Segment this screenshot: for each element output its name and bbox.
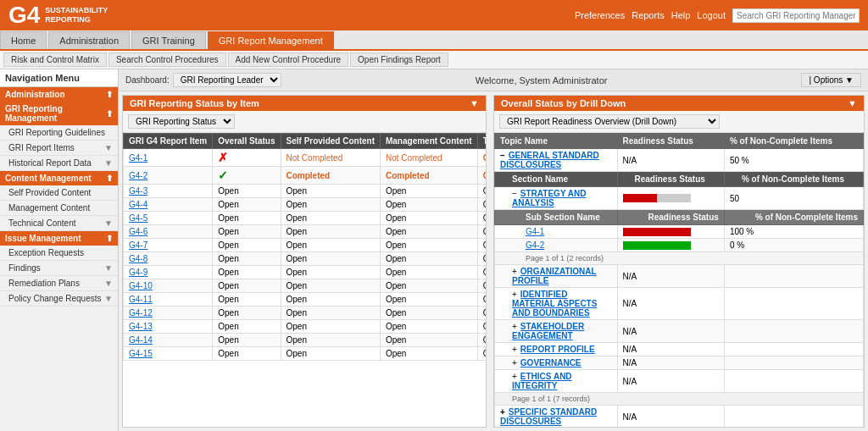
right-panel-title: Overall Status by Drill Down xyxy=(501,98,626,108)
reports-link[interactable]: Reports xyxy=(632,10,665,20)
cell-item[interactable]: G4-11 xyxy=(124,293,213,307)
rp-item-name[interactable]: G4-1 xyxy=(495,225,618,239)
tab-administration[interactable]: Administration xyxy=(48,31,130,49)
sidebar-section-issue[interactable]: Issue Management ⬆ xyxy=(0,231,118,246)
cell-mgmt: Open xyxy=(380,185,477,198)
rp-item-row: G4-1100 % xyxy=(495,225,864,239)
cell-item[interactable]: G4-4 xyxy=(124,198,213,212)
cell-item[interactable]: G4-3 xyxy=(124,185,213,198)
preferences-link[interactable]: Preferences xyxy=(575,10,625,20)
cell-overall: Open xyxy=(213,307,281,320)
cell-item[interactable]: G4-8 xyxy=(124,252,213,266)
sidebar-item-gri-report-items[interactable]: GRI Report Items ▼ xyxy=(0,141,118,156)
cell-item[interactable]: G4-6 xyxy=(124,225,213,239)
rp-col-readiness: Readiness Status xyxy=(617,134,724,149)
sidebar-item-policy[interactable]: Policy Change Requests ▼ xyxy=(0,291,118,307)
tab-gri-report-management[interactable]: GRI Report Management xyxy=(208,31,334,49)
sidebar-section-administration[interactable]: Administration ⬆ xyxy=(0,87,118,102)
left-panel-header: GRI Reporting Status by Item ▼ xyxy=(123,96,486,111)
rp-sub-row: +IDENTIFIED MATERIAL ASPECTS AND BOUNDAR… xyxy=(495,288,864,320)
rp-section-name[interactable]: +ETHICS AND INTEGRITY xyxy=(495,370,618,393)
cell-mgmt: Open xyxy=(380,198,477,212)
cell-item[interactable]: G4-14 xyxy=(124,334,213,347)
cell-overall: Open xyxy=(213,252,281,266)
rp-section-name[interactable]: +IDENTIFIED MATERIAL ASPECTS AND BOUNDAR… xyxy=(495,288,618,320)
cell-mgmt: Open xyxy=(380,212,477,225)
cell-overall: Open xyxy=(213,279,281,293)
cell-tech: Open xyxy=(477,266,486,279)
rp-topic-name[interactable]: +SPECIFIC STANDARD DISCLOSURES xyxy=(495,406,618,428)
header-search xyxy=(732,8,860,23)
sub-nav-risk[interactable]: Risk and Control Matrix xyxy=(3,52,107,67)
rp-section-name[interactable]: −STRATEGY AND ANALYSIS xyxy=(495,187,618,210)
sidebar-item-historical[interactable]: Historical Report Data ▼ xyxy=(0,156,118,171)
sidebar-item-findings[interactable]: Findings ▼ xyxy=(0,261,118,276)
cell-item[interactable]: G4-2 xyxy=(124,167,213,185)
tab-gri-training[interactable]: GRI Training xyxy=(131,31,206,49)
cell-self: Open xyxy=(281,307,380,320)
cell-overall: Open xyxy=(213,212,281,225)
rp-sub-pct xyxy=(724,356,863,370)
right-panel-table: Topic Name Readiness Status % of Non-Com… xyxy=(494,133,864,427)
sidebar-section-content[interactable]: Content Management ⬆ xyxy=(0,171,118,185)
cell-item[interactable]: G4-9 xyxy=(124,266,213,279)
cell-overall: Open xyxy=(213,239,281,252)
sidebar-section-gri-reporting[interactable]: GRI Reporting Management ⬆ xyxy=(0,102,118,125)
cell-tech: Completed xyxy=(477,149,486,167)
cell-tech: Open xyxy=(477,185,486,198)
cell-self: Open xyxy=(281,239,380,252)
cell-mgmt: Not Completed xyxy=(380,149,477,167)
sidebar-item-management-content[interactable]: Management Content xyxy=(0,201,118,216)
left-panel-filter-select[interactable]: GRI Reporting Status xyxy=(128,114,235,129)
sub-nav-search[interactable]: Search Control Procedures xyxy=(108,52,226,67)
left-panel-collapse[interactable]: ▼ xyxy=(470,98,479,108)
tab-home[interactable]: Home xyxy=(0,31,47,49)
rp-section-name[interactable]: +GOVERNANCE xyxy=(495,356,618,370)
rp-sub-row: −STRATEGY AND ANALYSIS50 xyxy=(495,187,864,210)
cell-item[interactable]: G4-5 xyxy=(124,212,213,225)
rp-sub-pct xyxy=(724,370,863,393)
cell-item[interactable]: G4-13 xyxy=(124,320,213,334)
cell-mgmt: Open xyxy=(380,279,477,293)
sidebar-item-remediation[interactable]: Remediation Plans ▼ xyxy=(0,276,118,291)
sub-nav-add[interactable]: Add New Control Procedure xyxy=(228,52,349,67)
logo-subtitle: SUSTAINABILITY REPORTING xyxy=(45,6,108,25)
right-panel-filter-select[interactable]: GRI Report Readiness Overview (Drill Dow… xyxy=(499,114,720,129)
logout-link[interactable]: Logout xyxy=(697,10,726,20)
rp-sub-row: +STAKEHOLDER ENGAGEMENTN/A xyxy=(495,320,864,343)
table-row: G4-3OpenOpenOpenOpen xyxy=(124,185,487,198)
rp-topic-name[interactable]: −GENERAL STANDARD DISCLOSURES xyxy=(495,149,618,172)
nav-tabs: Home Administration GRI Training GRI Rep… xyxy=(0,30,868,51)
sidebar: Navigation Menu Administration ⬆ GRI Rep… xyxy=(0,69,119,431)
rp-section-name[interactable]: +STAKEHOLDER ENGAGEMENT xyxy=(495,320,618,343)
cell-mgmt: Completed xyxy=(380,167,477,185)
table-row: G4-10OpenOpenOpenOpen xyxy=(124,279,487,293)
cell-item[interactable]: G4-12 xyxy=(124,307,213,320)
sidebar-item-self-provided[interactable]: Self Provided Content xyxy=(0,185,118,201)
table-row: G4-7OpenOpenOpenOpen xyxy=(124,239,487,252)
search-input[interactable] xyxy=(732,8,860,23)
sidebar-item-technical-content[interactable]: Technical Content ▼ xyxy=(0,216,118,231)
cell-item[interactable]: G4-10 xyxy=(124,279,213,293)
rp-sub-row: +ORGANIZATIONAL PROFILEN/A xyxy=(495,265,864,288)
rp-item-name[interactable]: G4-2 xyxy=(495,239,618,252)
rp-item-pct: 0 % xyxy=(724,239,863,252)
col-tech-content: Technical Content xyxy=(477,134,486,149)
cell-item[interactable]: G4-7 xyxy=(124,239,213,252)
right-panel-collapse[interactable]: ▼ xyxy=(848,98,857,108)
rp-section-name[interactable]: +ORGANIZATIONAL PROFILE xyxy=(495,265,618,288)
cell-item[interactable]: G4-15 xyxy=(124,347,213,361)
rp-section-name[interactable]: +REPORT PROFILE xyxy=(495,343,618,356)
sidebar-item-exception[interactable]: Exception Requests xyxy=(0,246,118,261)
dashboard-select[interactable]: GRI Reporting Leader xyxy=(173,73,281,87)
cell-self: Open xyxy=(281,320,380,334)
sub-nav-open-findings[interactable]: Open Findings Report xyxy=(350,52,448,67)
cell-item[interactable]: G4-1 xyxy=(124,149,213,167)
help-link[interactable]: Help xyxy=(671,10,691,20)
left-panel-content: GRI G4 Report Item Overall Status Self P… xyxy=(123,133,486,427)
rp-item-pct: 100 % xyxy=(724,225,863,239)
sidebar-item-gri-guidelines[interactable]: GRI Reporting Guidelines xyxy=(0,125,118,141)
options-button[interactable]: | Options ▼ xyxy=(801,73,861,87)
cell-mgmt: Open xyxy=(380,239,477,252)
rp-item-readiness xyxy=(617,225,724,239)
